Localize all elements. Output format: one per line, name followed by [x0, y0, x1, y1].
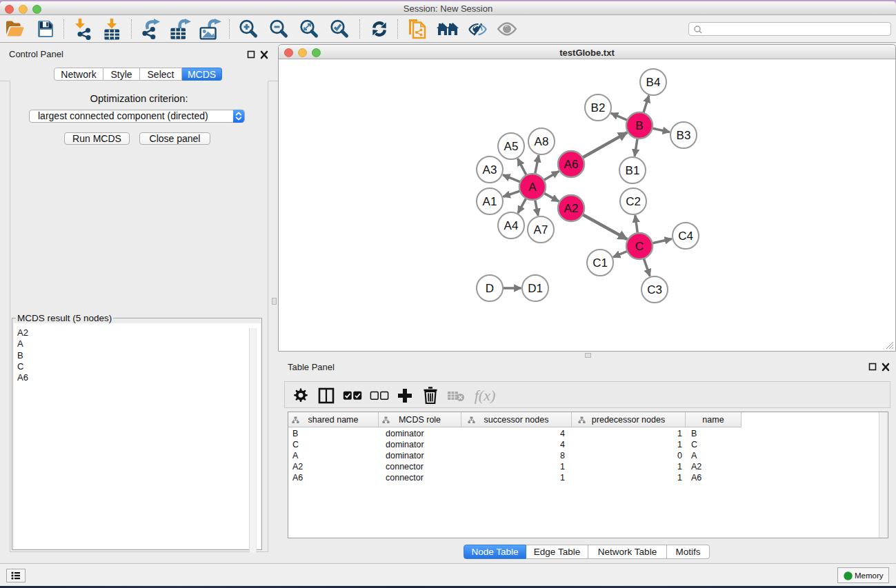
svg-text:B1: B1 — [626, 164, 640, 177]
svg-text:B3: B3 — [677, 129, 691, 142]
svg-text:A2: A2 — [564, 202, 579, 215]
svg-text:C: C — [635, 240, 644, 253]
svg-text:B: B — [635, 119, 643, 132]
svg-text:A: A — [528, 181, 537, 194]
svg-text:C1: C1 — [593, 256, 608, 270]
svg-text:A1: A1 — [483, 195, 497, 208]
svg-text:A8: A8 — [535, 135, 549, 148]
svg-text:B2: B2 — [591, 101, 606, 114]
svg-text:A3: A3 — [483, 163, 497, 176]
svg-text:A5: A5 — [504, 140, 519, 153]
svg-text:D1: D1 — [528, 282, 543, 295]
svg-text:B4: B4 — [646, 76, 661, 89]
svg-text:C3: C3 — [647, 283, 662, 296]
svg-text:A4: A4 — [504, 219, 519, 232]
svg-text:C4: C4 — [678, 230, 693, 243]
svg-text:C2: C2 — [626, 195, 641, 208]
svg-text:A6: A6 — [564, 158, 579, 171]
svg-text:A7: A7 — [534, 223, 548, 236]
svg-text:D: D — [486, 282, 494, 295]
